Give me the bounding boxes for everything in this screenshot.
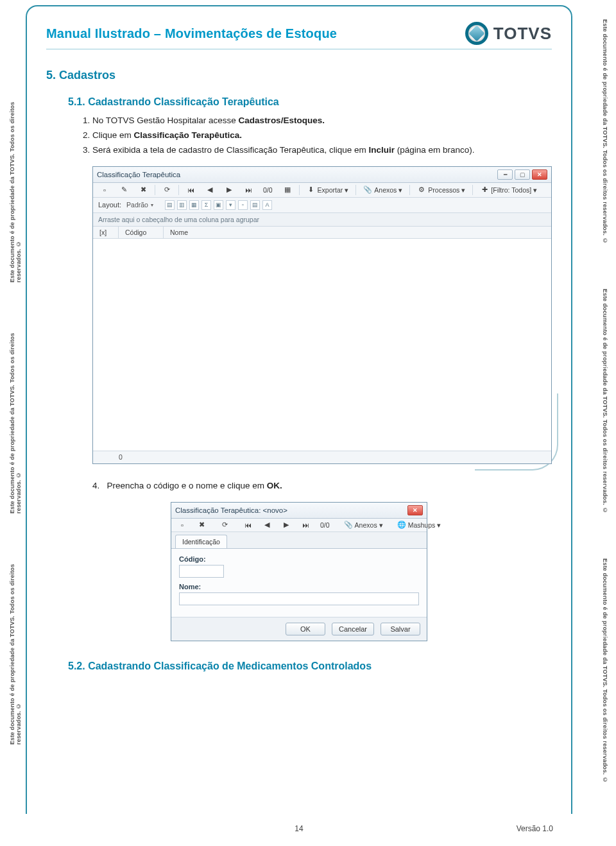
delete-icon: ✖	[197, 521, 206, 530]
anexos-menu[interactable]: 📎Anexos▾	[360, 185, 406, 195]
copyright-side: Este documento é de propriedade da TOTVS…	[9, 552, 22, 745]
last-icon: ⏭	[301, 521, 310, 530]
next-button[interactable]: ▶	[278, 520, 294, 530]
nome-input[interactable]	[179, 592, 419, 605]
copyright-side: Este documento é de propriedade da TOTVS…	[9, 321, 22, 514]
attachment-icon: 📎	[363, 186, 372, 194]
step-4: 4. Preencha o código e o nome e clique e…	[92, 481, 552, 490]
filter-icon: ✚	[480, 186, 489, 194]
layout-tool-button[interactable]: ▾	[226, 200, 235, 210]
minimize-button[interactable]: ━	[497, 169, 513, 180]
refresh-icon: ⟳	[220, 521, 229, 530]
page-icon: ▫	[100, 186, 109, 194]
layout-tool-button[interactable]: ▥	[177, 200, 187, 210]
tab-identificacao[interactable]: Identificação	[175, 535, 227, 548]
page-footer: 14 Versão 1.0	[26, 824, 572, 833]
new-button[interactable]: ▫	[175, 520, 190, 530]
refresh-icon: ⟳	[162, 186, 171, 194]
layout-tool-button[interactable]: ▤	[165, 200, 175, 210]
close-button[interactable]: ✕	[407, 505, 423, 515]
layout-tool-button[interactable]: ▦	[189, 200, 199, 210]
new-button[interactable]: ▫	[97, 185, 112, 195]
pager-display: 0/0	[260, 186, 276, 194]
mashups-menu[interactable]: 🌐Mashups▾	[394, 520, 445, 530]
chevron-down-icon: ▾	[398, 186, 402, 194]
section-5-title: 5. Cadastros	[46, 69, 552, 82]
totvs-logo-icon	[465, 22, 488, 45]
first-button[interactable]: ⏮	[240, 520, 255, 530]
grid-header: [x] Código Nome	[93, 227, 551, 239]
grid-view-button[interactable]: ▦	[280, 185, 295, 195]
copyright-side: Este documento é de propriedade da TOTVS…	[9, 90, 22, 282]
screenshot-1: Classificação Terapêutica ━ ▢ ✕ ▫ ✎ ✖ ⟳ …	[92, 166, 552, 464]
form-area: Código: Nome:	[171, 549, 427, 617]
column-nome[interactable]: Nome	[164, 227, 551, 238]
prev-button[interactable]: ◀	[259, 520, 275, 530]
nome-label: Nome:	[179, 583, 419, 591]
layout-tool-button[interactable]: ▤	[250, 200, 260, 210]
dialog-title: Classificação Terapêutica: <novo>	[175, 506, 287, 514]
refresh-button[interactable]: ⟳	[159, 185, 175, 195]
edit-icon: ✎	[119, 186, 128, 194]
globe-icon: 🌐	[397, 521, 406, 530]
page-frame: Manual Ilustrado – Movimentações de Esto…	[26, 5, 572, 814]
layout-select[interactable]: Padrão▾	[126, 201, 153, 209]
tabstrip: Identificação	[171, 532, 427, 549]
toolbar-row-2: Layout: Padrão▾ ▤ ▥ ▦ Σ ▣ ▾ ▫ ▤ A	[93, 198, 551, 213]
layout-tool-button[interactable]: A	[262, 200, 272, 210]
save-button[interactable]: Salvar	[381, 623, 420, 635]
first-icon: ⏮	[243, 521, 252, 530]
column-codigo[interactable]: Código	[119, 227, 164, 238]
prev-button[interactable]: ◀	[202, 185, 218, 195]
layout-tool-button[interactable]: Σ	[201, 200, 211, 210]
anexos-menu[interactable]: 📎Anexos▾	[341, 520, 386, 530]
dialog-buttons: OK Cancelar Salvar	[171, 617, 427, 641]
step-3: Será exibida a tela de cadastro de Class…	[92, 144, 552, 157]
chevron-down-icon: ▾	[151, 202, 153, 208]
attachment-icon: 📎	[344, 521, 353, 530]
first-button[interactable]: ⏮	[183, 185, 198, 195]
group-by-hint[interactable]: Arraste aqui o cabeçalho de uma coluna p…	[93, 213, 551, 227]
copyright-side: Este documento é de propriedade da TOTVS…	[602, 19, 608, 270]
step-2: Clique em Classificação Terapêutica.	[92, 129, 552, 142]
column-select[interactable]: [x]	[93, 227, 119, 238]
prev-icon: ◀	[262, 521, 271, 530]
edit-button[interactable]: ✎	[116, 185, 132, 195]
layout-label: Layout:	[98, 201, 121, 209]
totvs-logo: TOTVS	[465, 22, 552, 45]
steps-list: No TOTVS Gestão Hospitalar acesse Cadast…	[92, 114, 552, 157]
export-icon: ⬇	[307, 186, 316, 194]
next-button[interactable]: ▶	[221, 185, 237, 195]
section-5-2-title: 5.2. Cadastrando Classificação de Medica…	[68, 660, 552, 672]
version-label: Versão 1.0	[517, 824, 553, 833]
ok-button[interactable]: OK	[286, 623, 325, 635]
doc-title: Manual Ilustrado – Movimentações de Esto…	[46, 26, 337, 41]
layout-tool-button[interactable]: ▫	[238, 200, 248, 210]
chevron-down-icon: ▾	[461, 186, 465, 194]
dialog-toolbar: ▫ ✖ ⟳ ⏮ ◀ ▶ ⏭ 0/0 📎Anexos▾ 🌐Mashups▾	[171, 519, 427, 532]
last-button[interactable]: ⏭	[241, 185, 256, 195]
processos-menu[interactable]: ⚙Processos▾	[414, 185, 468, 195]
dialog-titlebar: Classificação Terapêutica: <novo> ✕	[171, 503, 427, 519]
next-icon: ▶	[282, 521, 291, 530]
maximize-button[interactable]: ▢	[515, 169, 530, 180]
delete-button[interactable]: ✖	[194, 520, 209, 530]
cancel-button[interactable]: Cancelar	[332, 623, 374, 635]
toolbar-row-1: ▫ ✎ ✖ ⟳ ⏮ ◀ ▶ ⏭ 0/0 ▦ ⬇Exportar▾ 📎Anexos…	[93, 183, 551, 198]
layout-tool-button[interactable]: ▣	[214, 200, 223, 210]
codigo-input[interactable]	[179, 565, 224, 578]
last-button[interactable]: ⏭	[298, 520, 313, 530]
filter-menu[interactable]: ✚[Filtro: Todos]▾	[477, 185, 540, 195]
last-icon: ⏭	[244, 186, 253, 194]
page-header: Manual Ilustrado – Movimentações de Esto…	[46, 22, 552, 45]
export-menu[interactable]: ⬇Exportar▾	[304, 185, 352, 195]
close-button[interactable]: ✕	[532, 169, 547, 180]
header-divider	[46, 49, 552, 49]
refresh-button[interactable]: ⟳	[217, 520, 232, 530]
chevron-down-icon: ▾	[379, 521, 383, 529]
first-icon: ⏮	[186, 186, 195, 194]
section-5-1-title: 5.1. Cadastrando Classificação Terapêuti…	[68, 96, 552, 108]
delete-button[interactable]: ✖	[135, 185, 151, 195]
grid-body[interactable]	[93, 239, 551, 451]
copyright-side: Este documento é de propriedade da TOTVS…	[602, 558, 608, 809]
